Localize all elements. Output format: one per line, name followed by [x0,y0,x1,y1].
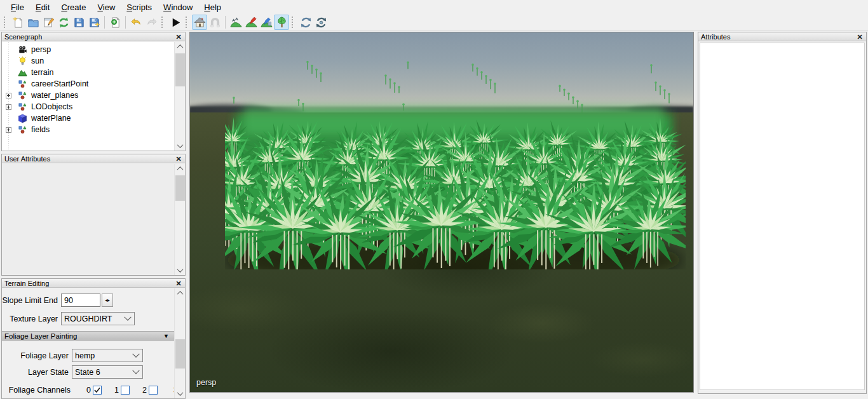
expand-plus-icon[interactable] [6,104,11,110]
scenegraph-panel: Scenegraph ✕ perspsunterraincareerStartP… [1,32,186,151]
save-button[interactable] [71,15,86,30]
foliage-paint-button[interactable] [274,15,289,30]
open-file-button[interactable] [25,15,41,30]
tree-item-water_planes[interactable]: water_planes [2,90,174,101]
foliage-channels-label: Foliage Channels [2,386,71,395]
scrollbar-thumb[interactable] [175,339,185,369]
menu-window[interactable]: Window [158,1,198,13]
menu-view[interactable]: View [92,1,121,13]
import-button[interactable] [107,15,123,30]
foliage-channel-0: 0 [74,385,102,395]
foliage-layer-dropdown[interactable]: hemp [72,349,143,362]
menu-scripts[interactable]: Scripts [121,1,158,13]
scroll-up-icon[interactable] [175,42,186,51]
toolbar-grip[interactable] [4,17,8,28]
terrain-editing-title: Terrain Editing [4,280,175,287]
terrain-editing-panel: Terrain Editing ✕ Slope Limit End ◂▸ Tex… [1,278,186,399]
slope-limit-end-input[interactable] [61,294,100,307]
scroll-up-icon[interactable] [175,164,186,173]
play-button[interactable] [168,15,183,30]
foliage-tree-icon [276,17,288,29]
terrain-paint-button[interactable] [243,15,259,30]
attributes-panel: Attributes ✕ [698,32,867,394]
slope-limit-spinner[interactable]: ◂▸ [102,294,113,307]
undo-button[interactable] [128,15,144,30]
tree-item-label: waterPlane [31,114,71,123]
close-icon[interactable]: ✕ [175,156,182,162]
save-as-button[interactable] [86,15,102,30]
scroll-down-icon[interactable] [175,141,186,151]
transform-group-icon [17,125,27,135]
user-attributes-title: User Attributes [4,155,175,163]
tree-item-terrain[interactable]: terrain [2,67,174,78]
snap-magnet-button[interactable] [207,15,222,30]
scenegraph-panel-title: Scenegraph [4,33,175,41]
close-icon[interactable]: ✕ [856,34,864,40]
frame-camera-button[interactable] [192,15,207,30]
user-attributes-scrollbar[interactable] [174,164,185,275]
scrollbar-thumb[interactable] [175,175,185,201]
scenegraph-scrollbar[interactable] [174,42,185,151]
terrain-editing-content: Slope Limit End ◂▸ Texture Layer ROUGHDI… [2,288,174,398]
toolbar-grip[interactable] [161,17,166,28]
expand-plus-icon[interactable] [6,127,11,133]
tree-item-waterPlane[interactable]: waterPlane [2,112,174,124]
slope-limit-end-label: Slope Limit End [2,296,58,305]
open-folder-icon [27,17,39,29]
camera-icon [17,44,27,55]
tree-item-careerStartPoint[interactable]: careerStartPoint [2,78,174,90]
terrain-pick-icon [261,17,273,29]
attributes-content [700,43,865,390]
reload-scripts-button[interactable] [298,15,313,30]
expand-plus-icon[interactable] [6,93,11,98]
channel-number-label: 0 [86,386,91,395]
menu-help[interactable]: Help [198,1,227,13]
terrain-editing-scrollbar[interactable] [174,288,185,398]
menu-file[interactable]: File [5,1,30,13]
viewport-3d[interactable]: persp [189,32,694,393]
menu-create[interactable]: Create [55,1,92,13]
scenegraph-tree: perspsunterraincareerStartPointwater_pla… [2,42,174,151]
collapse-triangle-icon: ▼ [163,333,169,339]
toolbar-separator [104,16,105,29]
cube-blue-icon [17,113,27,123]
close-icon[interactable]: ✕ [175,34,182,40]
scroll-up-icon[interactable] [175,288,186,298]
foliage-channel-checkbox-1[interactable] [121,386,130,395]
new-scene-button[interactable] [10,15,25,30]
toolbar-grip[interactable] [292,17,296,28]
tree-item-persp[interactable]: persp [2,44,174,55]
scroll-down-icon[interactable] [175,389,186,398]
edit-file-button[interactable] [41,15,56,30]
user-attributes-titlebar: User Attributes ✕ [2,154,185,163]
scroll-down-icon[interactable] [175,266,186,275]
page-plus-icon [109,17,121,29]
refresh-scene-button[interactable] [313,15,329,30]
foliage-channel-checkbox-0[interactable] [93,386,102,395]
tree-item-label: persp [31,45,51,54]
attributes-title: Attributes [701,33,856,41]
close-icon[interactable]: ✕ [175,280,182,287]
menubar: FileEditCreateViewScriptsWindowHelp [0,0,868,14]
tree-item-fields[interactable]: fields [2,124,174,135]
transform-group-icon [17,102,27,112]
terrain-sculpt-button[interactable] [228,15,243,30]
texture-layer-value: ROUGHDIRT [64,314,125,323]
edit-notepad-icon [43,17,55,29]
terrain-detail-button[interactable] [259,15,274,30]
tree-item-LODobjects[interactable]: LODobjects [2,101,174,112]
foliage-channel-checkbox-2[interactable] [149,386,158,395]
menu-edit[interactable]: Edit [30,1,55,13]
toolbar-grip[interactable] [186,17,190,28]
floppy-disk-icon [73,17,85,29]
active-camera-label: persp [196,378,216,387]
foliage-channel-2: 2 [130,385,158,395]
redo-button[interactable] [144,15,159,30]
floppy-disk-new-icon [88,17,100,29]
scrollbar-thumb[interactable] [175,53,185,86]
reload-file-button[interactable] [56,15,71,30]
tree-item-sun[interactable]: sun [2,55,174,67]
foliage-layer-painting-header[interactable]: Foliage Layer Painting ▼ [2,331,174,341]
layer-state-dropdown[interactable]: State 6 [72,365,143,379]
texture-layer-dropdown[interactable]: ROUGHDIRT [61,312,135,325]
